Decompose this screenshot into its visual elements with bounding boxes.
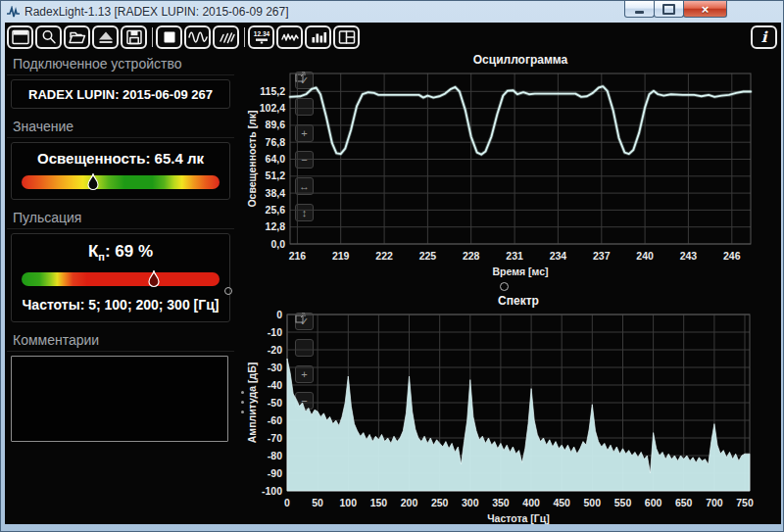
pulsation-gradient-bar (22, 272, 220, 286)
pulsation-coefficient: Кп: 69 % (18, 242, 223, 263)
svg-text:200: 200 (401, 497, 418, 508)
waveform-mode-button[interactable] (184, 25, 211, 49)
eject-device-button[interactable] (92, 25, 119, 49)
illuminance-marker-icon (87, 172, 99, 191)
new-window-icon (10, 28, 31, 46)
spectrum-plot: 0501001502002503003504004505005506006507… (246, 293, 781, 524)
svg-text:750: 750 (736, 497, 754, 508)
save-file-button[interactable] (121, 25, 147, 49)
value-section-header: Значение (7, 115, 234, 138)
svg-text:350: 350 (492, 497, 510, 508)
device-box: RADEX LUPIN: 2015-06-09 267 (11, 79, 230, 109)
pulsation-mode-button[interactable] (213, 25, 239, 49)
svg-text:0: 0 (284, 497, 290, 508)
oscillogram-plot: 2162192222252282312342372402432460,012,8… (246, 52, 781, 291)
digital-readout-icon: 12.34 (251, 28, 272, 46)
svg-text:222: 222 (375, 250, 393, 262)
comments-section-header: Комментарии (7, 328, 234, 352)
svg-text:-10: -10 (268, 326, 282, 338)
svg-text:89,6: 89,6 (266, 119, 286, 130)
svg-text:231: 231 (506, 250, 523, 262)
split-layout-icon (336, 28, 358, 46)
svg-text:-100: -100 (262, 485, 282, 497)
svg-text:600: 600 (645, 497, 662, 508)
open-file-button[interactable] (64, 25, 90, 49)
svg-text:225: 225 (419, 250, 437, 262)
svg-text:228: 228 (463, 250, 480, 262)
pulsation-box: Кп: 69 % Частоты: 5; 100; 200; 300 [Гц] (11, 233, 230, 322)
svg-text:150: 150 (370, 497, 388, 508)
svg-text:115,2: 115,2 (260, 85, 285, 97)
comments-input[interactable] (11, 356, 228, 442)
close-icon: × (702, 3, 710, 16)
minimize-button[interactable] (624, 1, 655, 18)
oscillogram-icon (279, 28, 301, 46)
waveform-logo-icon (6, 6, 21, 19)
bar-chart-icon (308, 28, 329, 46)
svg-text:216: 216 (289, 250, 307, 262)
svg-text:243: 243 (680, 250, 698, 262)
svg-text:219: 219 (332, 250, 350, 262)
svg-text:246: 246 (723, 250, 741, 262)
vertical-splitter-grip[interactable] (241, 391, 244, 420)
pulsation-rays-icon (216, 28, 237, 46)
svg-text:500: 500 (584, 497, 602, 508)
svg-text:300: 300 (462, 497, 479, 508)
search-icon (38, 28, 60, 46)
svg-text:38,4: 38,4 (266, 187, 286, 199)
split-layout-view-button[interactable] (333, 25, 360, 49)
svg-text:550: 550 (614, 497, 632, 508)
toolbar-separator (244, 27, 245, 47)
oscillogram-view-button[interactable] (276, 25, 303, 49)
toolbar-separator (152, 27, 153, 47)
svg-text:Спектр: Спектр (498, 294, 539, 308)
info-button[interactable]: i (751, 25, 777, 49)
spectrum-chart[interactable]: ✓ + − 0501001502002503003504004505005506… (246, 293, 781, 524)
zoom-search-button[interactable] (35, 25, 62, 49)
svg-text:240: 240 (636, 250, 654, 262)
stop-icon (159, 28, 180, 46)
svg-text:Частота [Гц]: Частота [Гц] (487, 512, 550, 524)
waveform-icon (187, 28, 209, 46)
svg-text:-30: -30 (268, 362, 282, 373)
value-box: Освещенность: 65.4 лк (11, 142, 230, 200)
svg-text:51,2: 51,2 (266, 169, 286, 181)
device-name: RADEX LUPIN: 2015-06-09 267 (28, 87, 213, 102)
svg-text:-90: -90 (268, 467, 282, 479)
left-panel: Подключенное устройство RADEX LUPIN: 201… (7, 52, 234, 442)
svg-text:-60: -60 (268, 414, 282, 426)
new-window-button[interactable] (7, 25, 33, 49)
digital-readout-view-button[interactable]: 12.34 (248, 25, 274, 49)
svg-text:12,8: 12,8 (266, 220, 286, 232)
svg-text:250: 250 (431, 497, 449, 508)
svg-text:400: 400 (522, 497, 540, 508)
svg-text:234: 234 (550, 250, 567, 262)
svg-text:650: 650 (675, 497, 693, 508)
maximize-button[interactable] (654, 1, 684, 18)
frequencies-label: Частоты: 5; 100; 200; 300 [Гц] (18, 297, 223, 313)
stop-measurement-button[interactable] (156, 25, 182, 49)
illuminance-value: Освещенность: 65.4 лк (18, 150, 223, 167)
svg-text:Освещенность [лк]: Освещенность [лк] (246, 110, 258, 207)
maximize-icon (662, 4, 675, 15)
svg-text:100: 100 (340, 497, 358, 508)
illuminance-scale (22, 175, 220, 189)
title-bar[interactable]: RadexLight-1.13 [RADEX LUPIN: 2015-06-09… (1, 1, 783, 23)
save-icon (123, 28, 145, 46)
client-area: 12.34 i Подключенное устройство RADEX LU… (5, 23, 781, 524)
window-title: RadexLight-1.13 [RADEX LUPIN: 2015-06-09… (24, 5, 289, 19)
panel-splitter-toggle[interactable] (224, 287, 232, 295)
svg-text:-20: -20 (268, 344, 282, 356)
oscillogram-chart[interactable]: ✓ + − ↔ ↕ 216219222225228231234237240243… (246, 52, 781, 291)
svg-text:102,4: 102,4 (260, 102, 285, 114)
svg-text:12.34: 12.34 (253, 30, 270, 37)
svg-text:25,6: 25,6 (266, 204, 286, 216)
svg-text:-70: -70 (268, 432, 282, 444)
svg-text:237: 237 (593, 250, 611, 262)
minimize-icon (635, 11, 644, 14)
illuminance-gradient-bar (22, 175, 220, 189)
device-section-header: Подключенное устройство (7, 52, 234, 75)
close-button[interactable]: × (683, 1, 727, 18)
spectrum-view-button[interactable] (305, 25, 331, 49)
svg-text:64,0: 64,0 (266, 153, 286, 165)
